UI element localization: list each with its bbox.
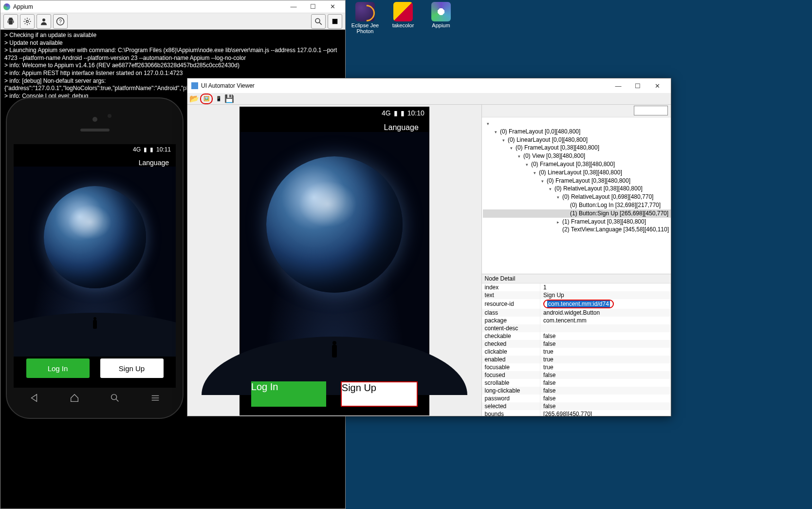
svg-point-7 [111,394,117,399]
expand-icon[interactable]: ▾ [509,145,514,151]
expand-icon[interactable]: ▾ [486,121,491,127]
open-icon[interactable]: 📂 [189,94,199,103]
maximize-button[interactable]: ☐ [303,1,323,13]
svg-line-5 [319,22,322,25]
tree-node[interactable]: ▾ (0) LinearLayout [0,0][480,800] [483,136,671,144]
save-icon[interactable]: 💾 [224,94,234,103]
search-input[interactable] [634,106,668,115]
tree-node[interactable]: ▾ (0) FrameLayout [0,38][480,800] [483,177,671,185]
detail-row[interactable]: content-desc [482,324,671,332]
detail-row[interactable]: classandroid.widget.Button [482,309,671,317]
node-label: (0) View [0,38][480,800] [523,152,585,159]
stop-icon[interactable] [328,14,342,29]
app-icon [431,2,451,21]
hierarchy-tree[interactable]: ▾ ▾ (0) FrameLayout [0,0][480,800]▾ (0) … [482,117,671,274]
signal-icon: ▮ [144,146,147,153]
node-label: (1) FrameLayout [0,38][480,800] [562,218,646,225]
expand-icon[interactable]: ▾ [556,194,561,201]
expand-icon[interactable]: ▾ [533,170,537,176]
detail-row[interactable]: textSign Up [482,291,671,299]
login-button[interactable]: Log In [26,358,90,378]
uia-screenshot-pane[interactable]: 4G ▮ ▮ 10:10 Language Log In Sign Up [187,105,482,416]
detail-value: true [543,356,554,363]
device-signal: 4G [382,109,391,117]
expand-icon[interactable]: ▾ [494,129,498,135]
battery-icon: ▮ [401,109,405,117]
close-button[interactable]: ✕ [323,1,342,13]
detail-value: false [543,403,555,410]
console-line: > Launching Appium server with command: … [4,47,341,62]
expand-icon[interactable]: ▾ [501,137,506,144]
language-button[interactable]: Language [14,155,176,167]
tree-node[interactable]: ▾ (0) FrameLayout [0,0][480,800] [483,128,671,136]
detail-row[interactable]: long-clickablefalse [482,387,671,395]
desktop-shortcut[interactable]: Appium [426,2,456,34]
tree-node[interactable]: ▾ (0) FrameLayout [0,38][480,800] [483,160,671,169]
tree-node[interactable]: ▾ (0) View [0,38][480,800] [483,152,671,160]
console-line: > info: Welcome to Appium v1.4.16 (REV a… [4,62,341,70]
detail-row[interactable]: checkedfalse [482,340,671,348]
expand-icon[interactable]: ▾ [548,186,553,192]
back-icon[interactable] [29,393,39,405]
uia-title: UI Automator Viewer [201,82,255,89]
expand-icon[interactable]: ▸ [556,219,561,226]
detail-row[interactable]: focusabletrue [482,363,671,371]
detail-value: 1 [543,284,547,291]
menu-icon[interactable] [150,393,161,405]
uia-close-button[interactable]: ✕ [647,80,667,92]
device-screenshot-icon[interactable]: 🖼️ [202,94,211,103]
uia-minimize-button[interactable]: — [609,80,628,92]
detail-key: index [482,283,540,291]
signal-icon: ▮ [394,109,398,117]
detail-row[interactable]: selectedfalse [482,402,671,410]
detail-row[interactable]: focusedfalse [482,371,671,379]
detail-row[interactable]: scrollablefalse [482,379,671,387]
node-label: (0) FrameLayout [0,0][480,800] [500,128,580,135]
detail-key: focused [482,371,540,379]
expand-icon[interactable]: ▾ [525,162,530,168]
gear-icon[interactable] [20,14,35,29]
detail-row[interactable]: passwordfalse [482,395,671,402]
device-screenshot: 4G ▮ ▮ 10:10 Language Log In Sign Up [240,107,429,415]
tree-node[interactable]: ▾ (0) LinearLayout [0,38][480,800] [483,169,671,177]
device-status-bar: 4G ▮ ▮ 10:10 [240,107,429,119]
search-nav-icon[interactable] [110,393,120,405]
status-bar: 4G ▮ ▮ 10:11 [14,144,176,155]
tree-node[interactable]: ▾ (0) FrameLayout [0,38][480,800] [483,144,671,152]
emulator-screen[interactable]: 4G ▮ ▮ 10:11 Language Log In Sign Up [14,144,176,388]
tree-node[interactable]: (0) Button:Log In [32,698][217,770] [483,201,671,209]
signup-button[interactable]: Sign Up [100,358,164,378]
detail-row[interactable]: resource-idcom.tencent.mm:id/d74 [482,299,671,309]
device-clock: 10:10 [407,109,424,117]
device-dump-icon[interactable]: 📱 [214,94,223,103]
tree-node[interactable]: ▾ (0) RelativeLayout [0,698][480,770] [483,193,671,201]
magnify-icon[interactable] [311,14,326,29]
app-icon [355,2,375,21]
appium-titlebar: Appium — ☐ ✕ [0,0,345,13]
detail-row[interactable]: index1 [482,283,671,291]
detail-row[interactable]: bounds[265,698][450,770] [482,410,671,416]
uia-maximize-button[interactable]: ☐ [628,80,647,92]
desktop-shortcut[interactable]: takecolor [388,2,418,34]
detail-key: clickable [482,348,540,356]
help-icon[interactable]: ? [53,14,68,29]
expand-icon[interactable]: ▾ [540,178,545,185]
minimize-button[interactable]: — [284,1,303,13]
tree-node[interactable]: ▸ (1) FrameLayout [0,38][480,800] [483,218,671,226]
detail-value: false [543,333,555,339]
home-icon[interactable] [69,393,80,405]
desktop-shortcut[interactable]: Eclipse Jee Photon [351,2,380,34]
tree-node[interactable]: ▾ [483,119,671,128]
user-icon[interactable] [37,14,51,29]
detail-row[interactable]: clickabletrue [482,348,671,356]
tree-node[interactable]: ▾ (0) RelativeLayout [0,38][480,800] [483,185,671,193]
expand-icon[interactable]: ▾ [517,153,522,160]
detail-row[interactable]: enabledtrue [482,356,671,363]
detail-key: selected [482,402,540,410]
signal-indicator: 4G [133,146,141,153]
detail-row[interactable]: packagecom.tencent.mm [482,317,671,324]
tree-node[interactable]: (1) Button:Sign Up [265,698][450,770] [483,209,671,218]
tree-node[interactable]: (2) TextView:Language [345,58][460,110] [483,226,671,234]
android-icon[interactable] [3,14,18,29]
detail-row[interactable]: checkablefalse [482,332,671,340]
